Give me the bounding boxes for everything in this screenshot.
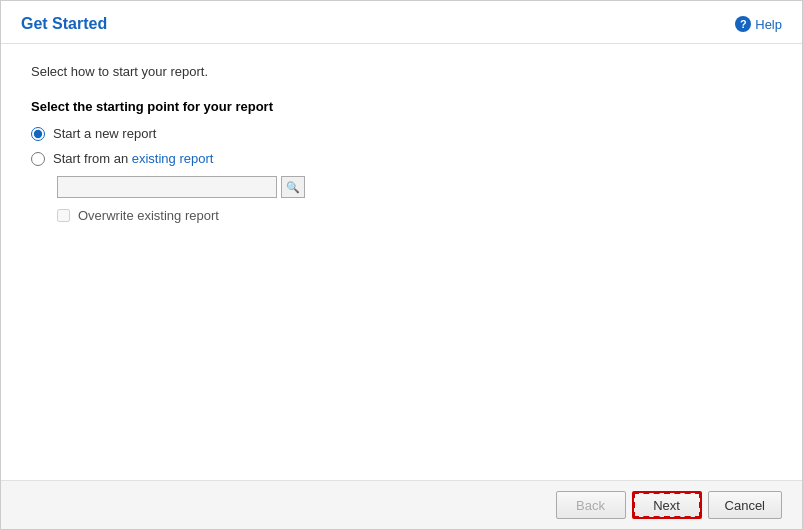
main-window: Get Started ? Help Select how to start y… (0, 0, 803, 530)
radio-new-label[interactable]: Start a new report (53, 126, 156, 141)
section-label: Select the starting point for your repor… (31, 99, 772, 114)
browse-button[interactable]: 🔍 (281, 176, 305, 198)
header: Get Started ? Help (1, 1, 802, 44)
footer: Back Next Cancel (1, 480, 802, 529)
radio-option-existing: Start from an existing report (31, 151, 772, 166)
overwrite-checkbox[interactable] (57, 209, 70, 222)
help-icon: ? (735, 16, 751, 32)
radio-new-report[interactable] (31, 127, 45, 141)
help-label: Help (755, 17, 782, 32)
subtitle: Select how to start your report. (31, 64, 772, 79)
cancel-button[interactable]: Cancel (708, 491, 782, 519)
overwrite-row: Overwrite existing report (57, 208, 772, 223)
help-link[interactable]: ? Help (735, 16, 782, 32)
browse-icon: 🔍 (286, 181, 300, 194)
radio-option-new: Start a new report (31, 126, 772, 141)
back-button[interactable]: Back (556, 491, 626, 519)
content-area: Select how to start your report. Select … (1, 44, 802, 480)
report-input-row: 🔍 (57, 176, 772, 198)
radio-existing-prefix: Start from an (53, 151, 132, 166)
radio-existing-label[interactable]: Start from an existing report (53, 151, 213, 166)
report-path-input[interactable] (57, 176, 277, 198)
overwrite-label[interactable]: Overwrite existing report (78, 208, 219, 223)
radio-existing-report[interactable] (31, 152, 45, 166)
page-title: Get Started (21, 15, 107, 33)
existing-report-link[interactable]: existing report (132, 151, 214, 166)
next-button[interactable]: Next (632, 491, 702, 519)
